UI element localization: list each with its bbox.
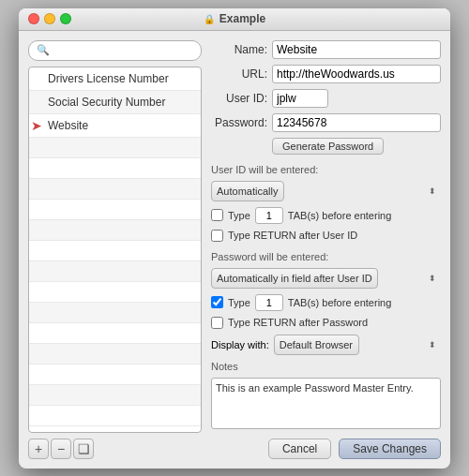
list-item-empty — [29, 282, 201, 303]
remove-button[interactable]: − — [51, 439, 71, 459]
uid-return-label: Type RETURN after User ID — [228, 230, 357, 241]
uid-dropdown[interactable]: Automatically — [211, 181, 284, 201]
uid-dropdown-row: Automatically — [211, 181, 441, 201]
content-area: 🔍 Drivers License Number Social Security… — [19, 31, 450, 469]
uid-return-checkbox[interactable] — [211, 230, 223, 242]
pwd-type-label: Type — [228, 297, 250, 308]
list-item-empty — [29, 138, 201, 158]
name-input[interactable] — [272, 40, 441, 59]
list-item-empty — [29, 364, 201, 385]
list-item-empty — [29, 241, 201, 261]
password-input[interactable] — [272, 113, 441, 132]
minimize-button[interactable] — [44, 13, 55, 24]
uid-tabs-label: TAB(s) before entering — [288, 210, 391, 221]
list-item-empty — [29, 200, 201, 220]
close-button[interactable] — [28, 13, 39, 24]
uid-dropdown-wrapper: Automatically — [211, 181, 441, 201]
titlebar: 🔒 Example — [19, 8, 450, 31]
name-row: Name: — [211, 40, 441, 59]
url-row: URL: — [211, 65, 441, 83]
uid-type-checkbox[interactable] — [211, 209, 223, 221]
generate-row: Generate Password — [211, 138, 441, 155]
pwd-return-row: Type RETURN after Password — [211, 317, 441, 329]
list-item-empty — [29, 179, 201, 200]
list-item-empty — [29, 323, 201, 344]
list-item-empty — [29, 385, 201, 406]
bottom-buttons: Cancel Save Changes — [211, 439, 441, 459]
uid-type-label: Type — [228, 210, 250, 221]
generate-password-button[interactable]: Generate Password — [272, 138, 384, 155]
lock-icon: 🔒 — [204, 14, 215, 24]
main-window: 🔒 Example 🔍 Drivers License Number Socia… — [19, 8, 450, 469]
pwd-return-label: Type RETURN after Password — [228, 317, 368, 328]
search-icon: 🔍 — [37, 44, 50, 56]
pwd-section-label: Password will be entered: — [211, 251, 441, 262]
list-item[interactable]: Drivers License Number — [29, 67, 201, 91]
list-item-active[interactable]: ➤ Website — [29, 114, 201, 138]
pwd-dropdown[interactable]: Automatically in field after User ID — [211, 268, 378, 289]
list-item-empty — [29, 220, 201, 241]
cancel-button[interactable]: Cancel — [268, 439, 331, 459]
list-item[interactable]: Social Security Number — [29, 91, 201, 114]
window-title: 🔒 Example — [204, 12, 265, 25]
name-label: Name: — [211, 43, 267, 56]
maximize-button[interactable] — [60, 13, 71, 24]
list-item-empty — [29, 303, 201, 323]
list-item-empty — [29, 261, 201, 282]
add-button[interactable]: + — [28, 439, 49, 459]
pwd-tabs-row: Type TAB(s) before entering — [211, 294, 441, 311]
search-box[interactable]: 🔍 — [28, 40, 202, 61]
url-label: URL: — [211, 67, 267, 81]
pwd-return-checkbox[interactable] — [211, 317, 223, 329]
uid-section-label: User ID will be entered: — [211, 164, 441, 175]
left-panel: 🔍 Drivers License Number Social Security… — [28, 40, 202, 459]
pwd-dropdown-row: Automatically in field after User ID — [211, 268, 441, 289]
notes-textarea[interactable]: This is an example Password Master Entry… — [211, 378, 441, 429]
pwd-type-checkbox[interactable] — [211, 296, 223, 308]
search-input[interactable] — [53, 44, 193, 57]
display-row: Display with: Default Browser — [211, 335, 441, 355]
list-item-empty — [29, 406, 201, 426]
display-dropdown-wrapper: Default Browser — [274, 335, 441, 355]
userid-label: User ID: — [211, 92, 267, 105]
pwd-tabs-label: TAB(s) before entering — [288, 297, 391, 308]
item-list: Drivers License Number Social Security N… — [28, 67, 202, 433]
list-toolbar: + − ❏ — [28, 439, 202, 459]
right-panel: Name: URL: User ID: Password: Gener — [202, 40, 441, 459]
display-dropdown[interactable]: Default Browser — [274, 335, 359, 355]
userid-input[interactable] — [272, 89, 328, 108]
uid-return-row: Type RETURN after User ID — [211, 230, 441, 242]
save-changes-button[interactable]: Save Changes — [339, 439, 441, 459]
url-input[interactable] — [272, 65, 441, 83]
display-label: Display with: — [211, 339, 269, 350]
duplicate-button[interactable]: ❏ — [73, 439, 94, 459]
pwd-tabs-input[interactable] — [255, 294, 283, 311]
userid-row: User ID: — [211, 89, 441, 108]
notes-label: Notes — [211, 361, 441, 372]
list-item-empty — [29, 344, 201, 364]
pwd-dropdown-wrapper: Automatically in field after User ID — [211, 268, 441, 289]
uid-tabs-input[interactable] — [255, 207, 283, 224]
traffic-lights — [28, 13, 71, 24]
uid-tabs-row: Type TAB(s) before entering — [211, 207, 441, 224]
password-row: Password: — [211, 113, 441, 132]
list-item-empty — [29, 158, 201, 179]
password-label: Password: — [211, 116, 267, 129]
arrow-icon: ➤ — [31, 118, 42, 133]
